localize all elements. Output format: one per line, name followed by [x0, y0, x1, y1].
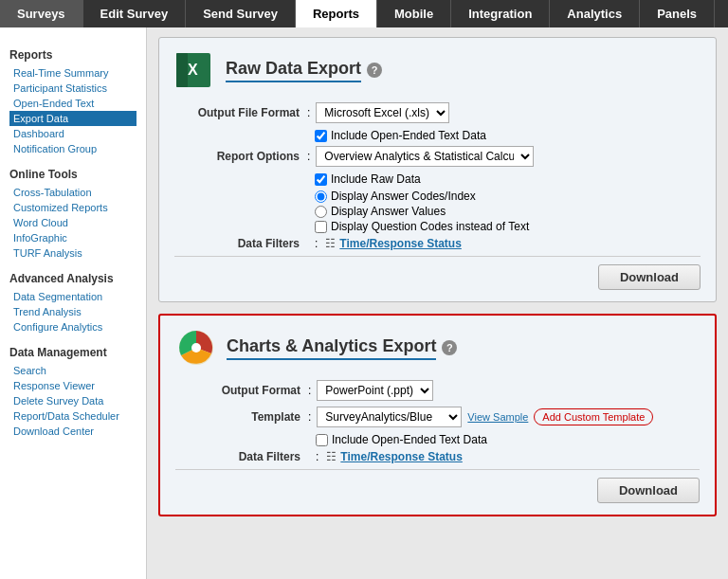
colon-separator: : — [307, 106, 310, 119]
charts-analytics-export-card: Charts & Analytics Export ? Output Forma… — [158, 314, 717, 516]
charts-analytics-title: Charts & Analytics Export — [227, 336, 436, 360]
nav-panels[interactable]: Panels — [640, 0, 715, 27]
plus-icon-charts[interactable]: ☷ — [326, 450, 337, 463]
output-format-control: : PowerPoint (.ppt)PDFWord (.doc) — [308, 380, 700, 401]
charts-card-divider — [175, 469, 700, 470]
sidebar-item-turf-analysis[interactable]: TURF Analysis — [9, 245, 136, 261]
display-answer-codes-radio[interactable] — [315, 190, 327, 203]
svg-rect-3 — [176, 53, 188, 87]
charts-analytics-title-row: Charts & Analytics Export ? — [227, 336, 457, 360]
raw-download-btn-row: Download — [174, 264, 701, 290]
raw-download-button[interactable]: Download — [598, 264, 701, 290]
display-answer-codes-row: Display Answer Codes/Index — [315, 190, 701, 203]
template-control: : SurveyAnalytics/BlueSurveyAnalytics/Gr… — [308, 407, 700, 427]
nav-mobile[interactable]: Mobile — [377, 0, 451, 27]
sidebar-item-data-segmentation[interactable]: Data Segmentation — [9, 289, 136, 304]
sidebar-item-response-viewer[interactable]: Response Viewer — [9, 378, 136, 393]
charts-analytics-header: Charts & Analytics Export ? — [175, 327, 700, 369]
sidebar-item-real-time-summary[interactable]: Real-Time Summary — [9, 65, 136, 81]
template-select[interactable]: SurveyAnalytics/BlueSurveyAnalytics/Gree… — [317, 407, 462, 427]
output-file-format-control: : Microsoft Excel (.xls)CSVSPSSXML — [307, 102, 701, 123]
sidebar: Reports Real-Time Summary Participant St… — [0, 27, 147, 579]
raw-time-response-status-link[interactable]: Time/Response Status — [339, 237, 461, 250]
sidebar-item-download-center[interactable]: Download Center — [9, 424, 136, 439]
include-raw-data-checkbox[interactable] — [315, 173, 327, 186]
add-custom-template-link[interactable]: Add Custom Template — [534, 408, 653, 425]
output-file-format-label: Output File Format — [174, 106, 307, 119]
include-open-ended-row: Include Open-Ended Text Data — [315, 129, 701, 142]
charts-icon — [175, 327, 217, 369]
raw-data-filters-row: Data Filters : ☷ Time/Response Status — [174, 237, 701, 250]
sidebar-item-delete-survey-data[interactable]: Delete Survey Data — [9, 393, 136, 408]
sidebar-item-cross-tabulation[interactable]: Cross-Tabulation — [9, 185, 136, 200]
colon-separator-3: : — [315, 237, 318, 250]
report-options-label: Report Options — [174, 150, 307, 163]
sidebar-item-open-ended-text[interactable]: Open-Ended Text — [9, 96, 136, 111]
charts-include-open-ended-row: Include Open-Ended Text Data — [316, 433, 700, 446]
include-open-ended-checkbox[interactable] — [315, 130, 327, 142]
report-options-control: : Overview Analytics & Statistical Calcu… — [307, 146, 701, 167]
charts-data-filters-label: Data Filters — [175, 450, 308, 463]
raw-card-divider — [174, 256, 701, 257]
main-layout: Reports Real-Time Summary Participant St… — [0, 27, 728, 579]
nav-edit-survey[interactable]: Edit Survey — [83, 0, 187, 27]
report-options-select[interactable]: Overview Analytics & Statistical Calcula… — [316, 146, 534, 167]
svg-text:X: X — [188, 62, 198, 78]
nav-reports[interactable]: Reports — [296, 0, 377, 27]
output-format-row: Output Format : PowerPoint (.ppt)PDFWord… — [175, 380, 700, 401]
colon-separator-4: : — [308, 384, 311, 397]
view-sample-link[interactable]: View Sample — [467, 411, 528, 423]
colon-separator-6: : — [316, 450, 318, 463]
raw-data-export-title-row: Raw Data Export ? — [226, 59, 382, 82]
display-answer-values-radio[interactable] — [315, 206, 327, 218]
output-file-format-select[interactable]: Microsoft Excel (.xls)CSVSPSSXML — [316, 102, 449, 123]
sidebar-item-customized-reports[interactable]: Customized Reports — [9, 200, 136, 215]
sidebar-item-participant-statistics[interactable]: Participant Statistics — [9, 81, 136, 96]
raw-data-export-title: Raw Data Export — [226, 59, 361, 82]
output-format-label: Output Format — [175, 384, 308, 397]
output-format-select[interactable]: PowerPoint (.ppt)PDFWord (.doc) — [317, 380, 433, 401]
excel-icon: X — [174, 49, 216, 91]
nav-send-survey[interactable]: Send Survey — [186, 0, 296, 27]
sidebar-section-reports: Reports — [9, 48, 136, 62]
sidebar-item-search[interactable]: Search — [9, 363, 136, 378]
charts-include-open-ended-label: Include Open-Ended Text Data — [332, 433, 487, 446]
sidebar-item-word-cloud[interactable]: Word Cloud — [9, 215, 136, 230]
sidebar-section-data-management: Data Management — [9, 346, 136, 359]
nav-analytics[interactable]: Analytics — [550, 0, 640, 27]
charts-analytics-help-icon[interactable]: ? — [442, 340, 457, 355]
template-label: Template — [175, 410, 308, 424]
sidebar-item-trend-analysis[interactable]: Trend Analysis — [9, 304, 136, 319]
display-question-codes-checkbox[interactable] — [315, 221, 327, 233]
output-file-format-row: Output File Format : Microsoft Excel (.x… — [174, 102, 701, 123]
sidebar-item-dashboard[interactable]: Dashboard — [9, 126, 136, 141]
nav-integration[interactable]: Integration — [451, 0, 550, 27]
raw-data-filters-label: Data Filters — [174, 237, 307, 250]
display-answer-values-label: Display Answer Values — [331, 205, 446, 218]
include-raw-data-row: Include Raw Data — [315, 172, 701, 186]
charts-time-response-status-link[interactable]: Time/Response Status — [340, 450, 462, 463]
raw-data-export-help-icon[interactable]: ? — [367, 63, 382, 78]
display-question-codes-row: Display Question Codes instead of Text — [315, 220, 701, 233]
charts-data-filters-row: Data Filters : ☷ Time/Response Status — [175, 450, 700, 463]
top-navigation: Surveys Edit Survey Send Survey Reports … — [0, 0, 728, 27]
charts-download-btn-row: Download — [175, 478, 700, 503]
charts-include-open-ended-checkbox[interactable] — [316, 434, 328, 446]
display-answer-codes-label: Display Answer Codes/Index — [331, 190, 476, 203]
charts-download-button[interactable]: Download — [597, 478, 700, 503]
svg-point-5 — [191, 343, 201, 353]
sidebar-item-notification-group[interactable]: Notification Group — [9, 141, 136, 156]
display-question-codes-label: Display Question Codes instead of Text — [331, 220, 529, 233]
template-row: Template : SurveyAnalytics/BlueSurveyAna… — [175, 407, 700, 427]
sidebar-item-export-data[interactable]: Export Data — [9, 111, 136, 126]
include-open-ended-label: Include Open-Ended Text Data — [331, 129, 486, 142]
sidebar-item-infographic[interactable]: InfoGraphic — [9, 230, 136, 245]
sidebar-section-online-tools: Online Tools — [9, 168, 136, 181]
raw-data-export-card: X Raw Data Export ? Output File Format :… — [158, 37, 717, 302]
sidebar-item-configure-analytics[interactable]: Configure Analytics — [9, 319, 136, 335]
sidebar-item-report-data-scheduler[interactable]: Report/Data Scheduler — [9, 408, 136, 424]
nav-surveys[interactable]: Surveys — [0, 0, 83, 27]
raw-data-export-header: X Raw Data Export ? — [174, 49, 701, 91]
colon-separator-5: : — [308, 410, 311, 424]
plus-icon-raw[interactable]: ☷ — [325, 237, 336, 250]
